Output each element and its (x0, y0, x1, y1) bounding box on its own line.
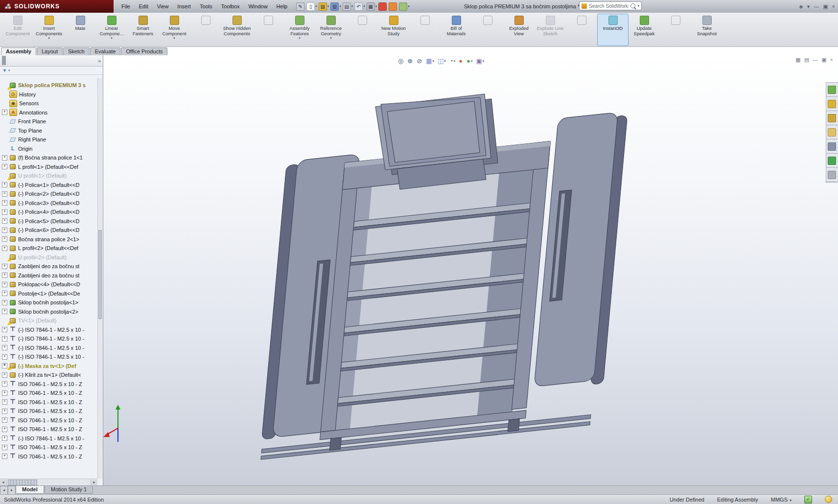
help-flyout-icon[interactable]: ◈ (799, 3, 803, 10)
tree-item[interactable]: Top Plane (0, 126, 98, 136)
tree-item[interactable]: + L profil<1> (Default<<Def (0, 162, 98, 172)
expand-toggle[interactable]: + (2, 182, 7, 187)
chevron-down-icon[interactable]: ▾ (375, 4, 377, 8)
minimize-doc-icon[interactable]: — (813, 57, 818, 63)
chevron-down-icon[interactable]: ▾ (408, 4, 410, 8)
tree-horizontal-scrollbar[interactable]: ◂ ▸ (0, 479, 97, 485)
help-sphere-icon[interactable] (825, 496, 832, 503)
menu-item[interactable]: View (153, 2, 173, 11)
tree-item[interactable]: + (-) ISO 7846-1 - M2.5 x 10 - (0, 434, 98, 443)
displaymanager-tab[interactable] (5, 56, 6, 65)
command-tab[interactable]: Layout (37, 47, 63, 55)
close-doc-icon[interactable]: × (830, 57, 833, 63)
file-properties-icon[interactable]: ▾ (399, 2, 410, 11)
chevron-down-icon[interactable]: ▾ (807, 3, 810, 10)
hide-show-items-icon[interactable]: ◔ ▾ (448, 57, 456, 65)
tree-item[interactable]: Front Plane (0, 117, 98, 126)
tree-item[interactable]: + Sklop bočnih postolja<1> (0, 298, 98, 307)
tab-scroll-right[interactable]: ▸ (8, 486, 16, 495)
ribbon-button[interactable]: Insert Components ▾ (33, 14, 65, 46)
tree-item[interactable]: + (-) Polica<4> (Default<<D (0, 207, 98, 217)
status-check-icon[interactable]: ✓ (804, 496, 812, 504)
expand-toggle[interactable]: + (2, 291, 7, 296)
units-selector[interactable]: MMGS▾ (771, 497, 791, 503)
expand-toggle[interactable]: + (2, 218, 7, 224)
expand-toggle[interactable]: + (2, 454, 7, 459)
expand-toggle[interactable]: + (2, 427, 7, 432)
menu-item[interactable]: File (117, 2, 134, 11)
chevron-down-icon[interactable]: ▾ (8, 69, 10, 72)
chevron-down-icon[interactable]: ▾ (454, 59, 456, 63)
tree-item[interactable]: U profil<2> (Default) (0, 253, 98, 262)
expand-toggle[interactable]: + (2, 372, 7, 378)
select-icon[interactable]: ▦ ▾ (367, 2, 377, 11)
solidworks-resources-tab[interactable] (826, 83, 838, 97)
edit-appearance-icon[interactable]: ● (458, 57, 464, 65)
expand-toggle[interactable]: + (2, 273, 7, 278)
zoom-to-fit-icon[interactable]: ◎ (397, 57, 405, 65)
save-icon[interactable]: ▥ ▾ (330, 2, 341, 11)
search-input[interactable]: Search SolidWorks Help (589, 3, 628, 9)
expand-toggle[interactable]: + (2, 390, 7, 396)
open-icon[interactable]: ▨ ▾ (319, 2, 329, 11)
close-icon[interactable]: × (832, 3, 835, 9)
rebuild-icon[interactable] (378, 2, 387, 11)
ribbon-button[interactable]: Mate (65, 14, 96, 46)
ribbon-button[interactable]: Reference Geometry ▾ (315, 14, 347, 46)
ribbon-button[interactable]: Update Speedpak (628, 14, 660, 46)
scrollbar-thumb[interactable] (98, 230, 102, 319)
ribbon-button[interactable] (472, 14, 503, 46)
ribbon-button[interactable]: Linear Compone... ▾ (96, 14, 127, 46)
tree-item[interactable]: + ISO 7046-1 - M2.5 x 10 - Z (0, 425, 98, 434)
ribbon-button[interactable] (190, 14, 221, 46)
command-tab[interactable]: Office Products (121, 47, 167, 55)
ribbon-button[interactable] (660, 14, 691, 46)
restore-doc-icon[interactable]: ▣ (821, 57, 826, 63)
chevron-down-icon[interactable]: ▾ (471, 59, 473, 63)
chevron-down-icon[interactable]: ▾ (363, 4, 365, 8)
chevron-down-icon[interactable]: ▾ (315, 4, 317, 8)
chevron-down-icon[interactable]: ▾ (339, 4, 341, 8)
expand-toggle[interactable]: + (2, 200, 7, 206)
expand-toggle[interactable]: + (2, 309, 7, 314)
expand-toggle[interactable]: + (2, 282, 7, 287)
section-view-icon[interactable]: ⊘ (416, 57, 423, 65)
tree-item[interactable]: Sklop polica PREMIUM 3 s (0, 81, 98, 90)
expand-toggle[interactable]: + (2, 300, 7, 305)
bottom-tab[interactable]: Model (16, 486, 44, 494)
ribbon-button[interactable] (253, 14, 284, 46)
expand-toggle[interactable]: + (2, 336, 7, 342)
expand-toggle[interactable]: + (2, 164, 7, 169)
menu-item[interactable]: Window (244, 2, 271, 11)
ribbon-button[interactable]: Exploded View (503, 14, 535, 46)
tree-item[interactable]: + Poklopac<4> (Default<<D (0, 280, 98, 289)
tree-item[interactable]: + ISO 7046-1 - M2.5 x 10 - Z (0, 398, 98, 407)
scrollbar-thumb[interactable] (8, 480, 37, 485)
solidworks-forum-tab[interactable] (826, 154, 838, 168)
command-tab[interactable]: Assembly (1, 47, 36, 55)
ribbon-button[interactable]: Move Component ▾ (159, 14, 190, 46)
ribbon-button[interactable]: Assembly Features ▾ (284, 14, 315, 46)
restore-icon[interactable]: ▣ (823, 3, 828, 10)
tree-item[interactable]: + (-) Maska za tv<1> (Def (0, 362, 98, 371)
tree-item[interactable]: + Bočna strana police 2<1> (0, 235, 98, 244)
expand-toggle[interactable]: + (2, 435, 7, 441)
tab-scroll-left[interactable]: ◂ (0, 486, 8, 495)
expand-toggle[interactable]: + (2, 327, 7, 332)
search-icon[interactable] (630, 3, 635, 8)
expand-toggle[interactable]: + (2, 246, 7, 251)
tree-item[interactable]: + Sklop bočnih postolja<2> (0, 307, 98, 317)
tree-item[interactable]: + (-) Klirit za tv<1> (Default< (0, 370, 98, 380)
command-tab[interactable]: Evaluate (90, 47, 121, 55)
tree-item[interactable]: + (-) ISO 7846-1 - M2.5 x 10 - (0, 344, 98, 353)
tree-item[interactable]: + ISO 7046-1 - M2.5 x 10 - Z (0, 443, 98, 452)
ribbon-button[interactable]: New Motion Study (378, 14, 409, 46)
expand-toggle[interactable]: + (2, 381, 7, 387)
design-library-tab[interactable] (826, 97, 838, 111)
ribbon-button[interactable] (347, 14, 378, 46)
expand-toggle[interactable]: + (2, 345, 7, 350)
chevron-down-icon[interactable]: ▾ (111, 36, 113, 41)
expand-toggle[interactable]: + (2, 228, 7, 233)
menu-item[interactable]: Insert (173, 2, 195, 11)
expand-toggle[interactable]: + (2, 191, 7, 197)
